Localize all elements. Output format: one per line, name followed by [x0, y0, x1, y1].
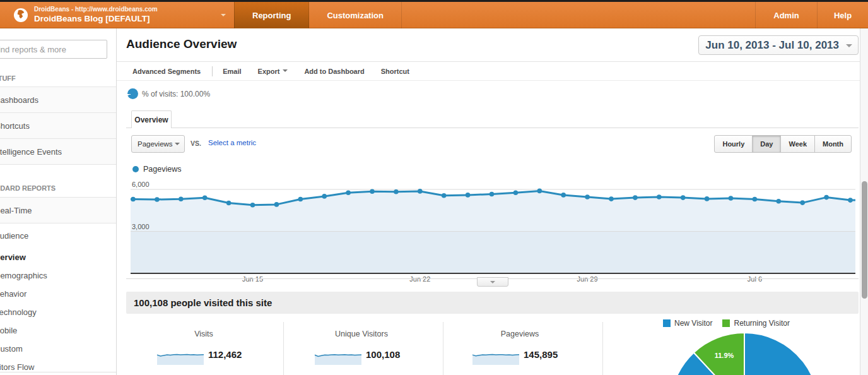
- sidebar-audience-section: Audience Overview Demographics Behavior …: [0, 227, 116, 375]
- account-profile-name: DroidBeans Blog [DEFAULT]: [34, 13, 158, 24]
- returning-visitor-legend: Returning Visitor: [722, 319, 790, 328]
- visits-value: 112,462: [208, 349, 242, 360]
- returning-visitor-legend-label: Returning Visitor: [734, 319, 790, 328]
- new-visitor-legend-label: New Visitor: [674, 319, 712, 328]
- report-toolbar: Advanced Segments Email Export Add to Da…: [117, 62, 860, 81]
- svg-text:Jun 15: Jun 15: [242, 275, 263, 283]
- account-url: DroidBeans - http://www.droidbeans.com: [34, 5, 158, 13]
- export-button[interactable]: Export: [258, 68, 288, 75]
- sidebar-item-behavior[interactable]: Behavior: [0, 285, 116, 303]
- header-nav: Reporting Customization: [234, 2, 402, 28]
- toolbar-separator: [212, 66, 213, 76]
- metric-dropdown-value: Pageviews: [138, 140, 173, 148]
- pageviews-label: Pageviews: [472, 330, 568, 338]
- analytics-screen: DroidBeans - http://www.droidbeans.com D…: [0, 0, 868, 375]
- hourly-button[interactable]: Hourly: [714, 135, 753, 153]
- visits-sparkline: [156, 348, 204, 366]
- svg-text:Jun 22: Jun 22: [409, 275, 430, 283]
- pageviews-chart[interactable]: 6,0003,000Jun 15Jun 22Jun 29Jul 6: [126, 180, 858, 289]
- pageviews-value: 145,895: [524, 349, 558, 360]
- svg-text:Jun 29: Jun 29: [577, 275, 598, 283]
- visitors-headline-bar: 100,108 people visited this site: [126, 292, 859, 314]
- sidebar: MY STUFF Dashboards Shortcuts Intelligen…: [0, 28, 117, 375]
- date-range-text: Jun 10, 2013 - Jul 10, 2013: [705, 39, 839, 52]
- email-button[interactable]: Email: [223, 68, 241, 75]
- svg-text:6,000: 6,000: [132, 181, 150, 188]
- header-links: Admin Help: [755, 2, 868, 28]
- advanced-segments-button[interactable]: Advanced Segments: [132, 68, 201, 75]
- unique-visitors-sparkline: [314, 348, 362, 366]
- segment-pie-icon: [127, 88, 138, 99]
- sidebar-search: [0, 28, 116, 59]
- metric-dropdown-chevron-down-icon: [175, 143, 180, 148]
- pageviews-legend-label: Pageviews: [143, 165, 181, 174]
- chart-legend: Pageviews: [132, 165, 181, 174]
- export-chevron-down-icon: [283, 69, 288, 74]
- chart-collapse-button[interactable]: [477, 277, 508, 287]
- overview-tab[interactable]: Overview: [131, 110, 172, 128]
- tab-reporting[interactable]: Reporting: [234, 2, 309, 28]
- unique-visitors-value: 100,108: [366, 349, 400, 360]
- report-main: Audience Overview Jun 10, 2013 - Jul 10,…: [117, 28, 860, 375]
- day-button[interactable]: Day: [752, 135, 781, 153]
- sidebar-item-real-time[interactable]: Real-Time: [0, 198, 116, 223]
- sidebar-divider: [0, 372, 117, 372]
- admin-link[interactable]: Admin: [755, 2, 817, 28]
- card-separator: [602, 322, 603, 375]
- page-title: Audience Overview: [126, 37, 237, 51]
- visitor-type-pie-chart[interactable]: 11.9%: [670, 333, 819, 375]
- help-link[interactable]: Help: [817, 2, 868, 28]
- date-range-chevron-down-icon: [846, 44, 852, 51]
- account-chevron-down-icon[interactable]: [221, 14, 226, 19]
- tab-divider: [126, 128, 859, 128]
- vs-label: vs.: [191, 140, 201, 147]
- shortcut-button[interactable]: Shortcut: [381, 68, 409, 75]
- sidebar-item-intelligence-events[interactable]: Intelligence Events: [0, 139, 116, 165]
- sidebar-item-overview[interactable]: Overview: [0, 248, 116, 266]
- app-header: DroidBeans - http://www.droidbeans.com D…: [0, 2, 868, 28]
- sidebar-item-demographics[interactable]: Demographics: [0, 266, 116, 285]
- visits-label: Visits: [156, 330, 251, 338]
- unique-visitors-label: Unique Visitors: [314, 330, 409, 338]
- pageviews-legend-dot-icon: [132, 166, 139, 172]
- metric-dropdown[interactable]: Pageviews: [131, 135, 185, 153]
- vertical-scrollbar: [860, 28, 868, 375]
- select-a-metric-link[interactable]: Select a metric: [208, 139, 256, 146]
- pageviews-sparkline: [472, 348, 520, 366]
- sidebar-item-technology[interactable]: Technology: [0, 303, 116, 321]
- sidebar-group-my-stuff: Dashboards Shortcuts Intelligence Events: [0, 86, 116, 165]
- sidebar-item-audience[interactable]: Audience: [0, 227, 116, 245]
- tab-customization[interactable]: Customization: [309, 2, 402, 28]
- month-button[interactable]: Month: [814, 135, 852, 153]
- scrollbar-thumb[interactable]: [862, 181, 867, 299]
- pie-legend: New Visitor Returning Visitor: [663, 319, 790, 328]
- returning-visitor-legend-swatch-icon: [722, 319, 730, 327]
- granularity-buttons: Hourly Day Week Month: [715, 135, 852, 153]
- collapse-chevron-down-icon: [490, 281, 495, 286]
- date-range-selector[interactable]: Jun 10, 2013 - Jul 10, 2013: [698, 35, 859, 55]
- svg-text:3,000: 3,000: [132, 223, 150, 230]
- card-separator: [443, 322, 443, 375]
- sidebar-heading-standard-reports: STANDARD REPORTS: [0, 184, 116, 193]
- sidebar-item-mobile[interactable]: Mobile: [0, 321, 116, 340]
- segment-row: % of visits: 100.00%: [127, 88, 210, 99]
- sidebar-item-dashboards[interactable]: Dashboards: [0, 87, 116, 113]
- percent-of-visits-label: % of visits: 100.00%: [142, 90, 210, 98]
- sidebar-group-standard-reports: Real-Time: [0, 197, 116, 223]
- account-selector[interactable]: DroidBeans - http://www.droidbeans.com D…: [34, 5, 158, 24]
- sidebar-heading-my-stuff: MY STUFF: [0, 74, 116, 83]
- visitors-headline: 100,108 people visited this site: [134, 297, 272, 308]
- sidebar-item-shortcuts[interactable]: Shortcuts: [0, 113, 116, 139]
- sidebar-item-custom[interactable]: Custom: [0, 340, 116, 358]
- svg-text:11.9%: 11.9%: [715, 352, 734, 359]
- new-visitor-legend-swatch-icon: [663, 319, 671, 327]
- analytics-logo-globe-icon: [14, 8, 28, 22]
- card-separator: [283, 322, 284, 375]
- add-to-dashboard-button[interactable]: Add to Dashboard: [304, 68, 364, 75]
- week-button[interactable]: Week: [780, 135, 815, 153]
- search-input[interactable]: [0, 40, 107, 59]
- svg-text:Jul 6: Jul 6: [748, 275, 762, 283]
